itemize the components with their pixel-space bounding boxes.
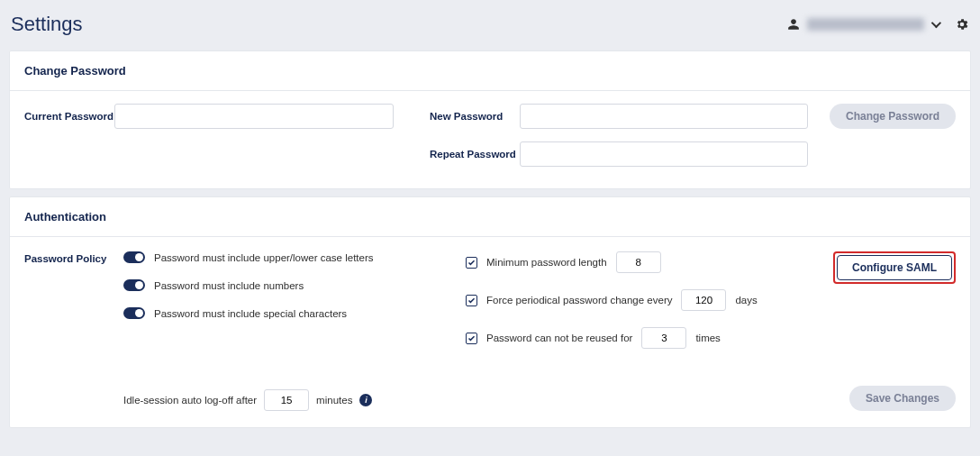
repeat-password-input[interactable] [520, 141, 808, 167]
times-suffix: times [695, 333, 720, 343]
user-menu[interactable] [787, 17, 969, 32]
change-password-header: Change Password [10, 51, 970, 91]
change-password-button[interactable]: Change Password [830, 104, 956, 129]
password-policy-label: Password Policy [24, 251, 114, 411]
checkbox-force-change[interactable] [466, 295, 477, 306]
chevron-down-icon [931, 18, 941, 28]
idle-session-label: Idle-session auto log-off after [123, 395, 257, 406]
configure-saml-button[interactable]: Configure SAML [837, 255, 952, 280]
user-icon [787, 18, 800, 31]
page-header: Settings [0, 0, 980, 49]
min-length-input[interactable] [616, 251, 661, 273]
reuse-input[interactable] [641, 327, 686, 349]
reuse-label: Password can not be reused for [486, 333, 632, 343]
min-length-label: Minimum password length [486, 257, 607, 268]
toggle-special-label: Password must include special characters [154, 308, 347, 319]
page-title: Settings [11, 13, 83, 36]
configure-saml-highlight: Configure SAML [833, 251, 956, 284]
current-password-input[interactable] [114, 104, 394, 129]
authentication-header: Authentication [10, 197, 970, 237]
toggle-upper-lower[interactable] [123, 251, 145, 263]
days-suffix: days [735, 295, 757, 306]
policy-checkbox-column: Minimum password length Force periodical… [466, 251, 803, 411]
toggle-upper-lower-label: Password must include upper/lower case l… [154, 252, 374, 263]
new-password-input[interactable] [520, 104, 808, 129]
force-change-input[interactable] [681, 289, 726, 311]
checkbox-min-length[interactable] [466, 257, 477, 269]
toggle-numbers[interactable] [123, 279, 145, 291]
current-password-label: Current Password [24, 111, 114, 122]
idle-session-input[interactable] [264, 389, 309, 411]
gear-icon[interactable] [955, 17, 969, 32]
save-changes-button[interactable]: Save Changes [849, 386, 956, 411]
change-password-panel: Change Password Current Password New Pas… [9, 50, 971, 189]
toggle-special[interactable] [123, 307, 145, 319]
authentication-panel: Authentication Password Policy Password … [9, 196, 971, 428]
repeat-password-label: Repeat Password [430, 149, 520, 160]
force-change-label: Force periodical password change every [486, 295, 672, 306]
policy-toggles-column: Password must include upper/lower case l… [123, 251, 457, 411]
user-email-blurred [807, 18, 924, 31]
new-password-label: New Password [430, 111, 520, 122]
toggle-numbers-label: Password must include numbers [154, 280, 304, 291]
info-icon[interactable]: i [359, 394, 372, 406]
idle-minutes-suffix: minutes [316, 395, 352, 406]
checkbox-reuse[interactable] [466, 333, 477, 344]
